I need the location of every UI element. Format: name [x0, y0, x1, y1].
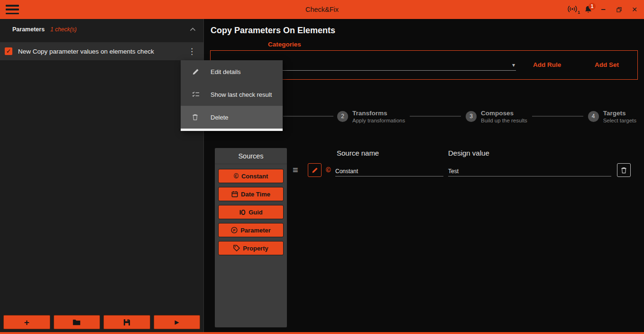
check-list-icon [192, 91, 200, 98]
trash-icon [192, 114, 200, 121]
source-property-button[interactable]: Property [218, 241, 284, 255]
source-button-label: Constant [241, 173, 268, 180]
categories-label: Categories [268, 41, 301, 48]
play-icon: ▶ [175, 319, 179, 325]
add-set-button[interactable]: Add Set [595, 61, 619, 68]
app-title: Check&Fix [0, 0, 644, 19]
kebab-menu-icon[interactable]: ⋮ [185, 46, 199, 56]
source-constant-button[interactable]: © Constant [218, 169, 284, 183]
source-row: ≡ © Constant Test [293, 163, 637, 177]
signal-button[interactable]: 1 [567, 6, 578, 14]
menu-item-show-last-result[interactable]: Show last check result [181, 83, 283, 106]
folder-icon [73, 319, 81, 325]
save-button[interactable] [103, 315, 150, 329]
restore-button[interactable] [614, 3, 624, 16]
check-item-label: New Copy parameter values on elements ch… [18, 48, 154, 55]
check-checkbox[interactable]: ✓ [5, 47, 12, 55]
open-button[interactable] [54, 315, 101, 329]
signal-count: 1 [578, 10, 580, 15]
step-subtitle: Apply transformations [352, 118, 405, 123]
close-icon: × [632, 4, 637, 15]
titlebar: Check&Fix 1 1 – [0, 0, 644, 19]
copyright-icon: © [234, 173, 239, 179]
check-context-menu: Edit details Show last check result Dele… [181, 60, 283, 131]
design-value-header: Design value [448, 149, 489, 157]
menu-item-label: Delete [211, 114, 229, 121]
stepper-line [283, 116, 333, 117]
step-targets[interactable]: 4 Targets Select targets [588, 110, 636, 123]
step-subtitle: Select targets [603, 118, 636, 123]
step-number: 2 [337, 111, 348, 122]
notifications-button[interactable]: 1 [584, 5, 592, 14]
menu-item-edit-details[interactable]: Edit details [181, 60, 283, 83]
calendar-icon [231, 191, 238, 197]
source-parameter-button[interactable]: P Parameter [218, 223, 284, 237]
source-name-header: Source name [337, 149, 379, 157]
sidebar-footer: + ▶ [0, 315, 203, 329]
check-icon: ✓ [6, 48, 11, 55]
pencil-icon [312, 167, 318, 174]
bottom-accent-strip [0, 332, 644, 334]
signal-icon [567, 6, 578, 14]
minimize-button[interactable]: – [598, 3, 608, 16]
notification-badge: 1 [589, 3, 596, 10]
source-guid-button[interactable]: Guid [218, 205, 284, 219]
step-title: Targets [603, 110, 636, 117]
sources-panel-title: Sources [215, 148, 287, 164]
menu-item-label: Edit details [211, 68, 241, 75]
check-count: 1 check(s) [50, 26, 76, 33]
close-button[interactable]: × [630, 3, 639, 16]
add-rule-button[interactable]: Add Rule [533, 61, 561, 68]
tag-icon [233, 245, 240, 251]
sidebar-title: Parameters [12, 26, 45, 33]
restore-icon [616, 7, 622, 12]
step-transforms[interactable]: 2 Transforms Apply transformations [337, 110, 405, 123]
source-name-field[interactable]: Constant [335, 164, 443, 176]
svg-text:P: P [233, 228, 236, 232]
plus-icon: + [24, 318, 29, 327]
step-composes[interactable]: 3 Composes Build up the results [466, 110, 527, 123]
source-datetime-button[interactable]: Date Time [218, 187, 284, 201]
drag-handle-icon[interactable]: ≡ [293, 163, 298, 177]
step-number: 3 [466, 111, 477, 122]
page-title: Copy Parameters On Elements [211, 26, 335, 36]
edit-source-button[interactable] [308, 163, 322, 177]
delete-source-button[interactable] [617, 163, 631, 177]
step-title: Transforms [352, 110, 405, 117]
source-button-label: Property [243, 245, 268, 252]
add-check-button[interactable]: + [3, 315, 50, 329]
constant-type-icon: © [326, 163, 331, 177]
checks-sidebar: Parameters 1 check(s) ✓ New Copy paramet… [0, 19, 204, 332]
stepper-line [410, 116, 461, 117]
trash-icon [621, 167, 627, 174]
parameter-icon: P [231, 227, 238, 233]
sources-panel: Sources © Constant Date Time Guid [215, 148, 287, 327]
chevron-down-icon: ▾ [512, 62, 515, 68]
check-list-item[interactable]: ✓ New Copy parameter values on elements … [0, 42, 203, 60]
wizard-stepper: 2 Transforms Apply transformations 3 Com… [283, 107, 636, 126]
source-button-label: Guid [248, 209, 263, 216]
pencil-icon [192, 68, 200, 75]
menu-item-delete[interactable]: Delete [181, 106, 283, 129]
save-icon [123, 319, 130, 326]
stepper-line [532, 116, 583, 117]
design-value-field[interactable]: Test [448, 164, 611, 176]
source-button-label: Parameter [240, 227, 271, 234]
step-number: 4 [588, 111, 599, 122]
step-subtitle: Build up the results [481, 118, 527, 123]
run-check-button[interactable]: ▶ [154, 315, 201, 329]
step-title: Composes [481, 110, 527, 117]
minimize-icon: – [601, 5, 605, 14]
collapse-button[interactable] [190, 28, 196, 31]
guid-icon [239, 210, 246, 215]
source-button-label: Date Time [241, 191, 270, 198]
chevron-up-icon [190, 28, 196, 31]
menu-item-label: Show last check result [211, 91, 272, 98]
sidebar-header: Parameters 1 check(s) [0, 19, 203, 37]
